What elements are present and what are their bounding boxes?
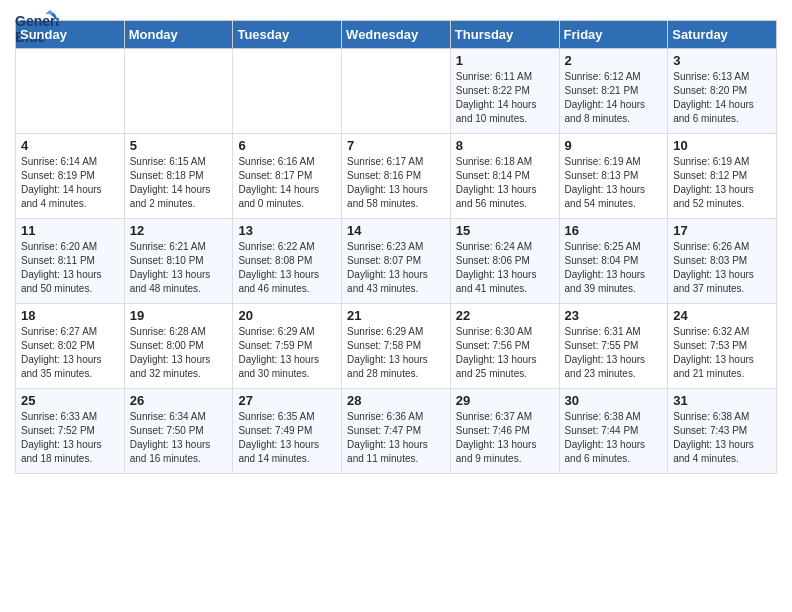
calendar-cell: 13Sunrise: 6:22 AM Sunset: 8:08 PM Dayli… [233, 219, 342, 304]
calendar-cell: 26Sunrise: 6:34 AM Sunset: 7:50 PM Dayli… [124, 389, 233, 474]
week-row-3: 11Sunrise: 6:20 AM Sunset: 8:11 PM Dayli… [16, 219, 777, 304]
day-info: Sunrise: 6:23 AM Sunset: 8:07 PM Dayligh… [347, 240, 445, 296]
day-number: 10 [673, 138, 771, 153]
week-row-1: 1Sunrise: 6:11 AM Sunset: 8:22 PM Daylig… [16, 49, 777, 134]
calendar-cell: 12Sunrise: 6:21 AM Sunset: 8:10 PM Dayli… [124, 219, 233, 304]
calendar-cell: 28Sunrise: 6:36 AM Sunset: 7:47 PM Dayli… [342, 389, 451, 474]
weekday-header-tuesday: Tuesday [233, 21, 342, 49]
day-number: 29 [456, 393, 554, 408]
calendar-cell: 2Sunrise: 6:12 AM Sunset: 8:21 PM Daylig… [559, 49, 668, 134]
day-info: Sunrise: 6:35 AM Sunset: 7:49 PM Dayligh… [238, 410, 336, 466]
day-number: 21 [347, 308, 445, 323]
day-number: 3 [673, 53, 771, 68]
calendar-cell: 21Sunrise: 6:29 AM Sunset: 7:58 PM Dayli… [342, 304, 451, 389]
day-number: 14 [347, 223, 445, 238]
day-number: 18 [21, 308, 119, 323]
day-number: 19 [130, 308, 228, 323]
calendar-cell: 9Sunrise: 6:19 AM Sunset: 8:13 PM Daylig… [559, 134, 668, 219]
day-info: Sunrise: 6:32 AM Sunset: 7:53 PM Dayligh… [673, 325, 771, 381]
day-info: Sunrise: 6:38 AM Sunset: 7:44 PM Dayligh… [565, 410, 663, 466]
day-info: Sunrise: 6:26 AM Sunset: 8:03 PM Dayligh… [673, 240, 771, 296]
day-number: 26 [130, 393, 228, 408]
calendar-cell: 16Sunrise: 6:25 AM Sunset: 8:04 PM Dayli… [559, 219, 668, 304]
weekday-header-saturday: Saturday [668, 21, 777, 49]
day-number: 23 [565, 308, 663, 323]
day-info: Sunrise: 6:37 AM Sunset: 7:46 PM Dayligh… [456, 410, 554, 466]
day-info: Sunrise: 6:33 AM Sunset: 7:52 PM Dayligh… [21, 410, 119, 466]
day-info: Sunrise: 6:11 AM Sunset: 8:22 PM Dayligh… [456, 70, 554, 126]
calendar-cell: 11Sunrise: 6:20 AM Sunset: 8:11 PM Dayli… [16, 219, 125, 304]
week-row-2: 4Sunrise: 6:14 AM Sunset: 8:19 PM Daylig… [16, 134, 777, 219]
calendar-cell: 6Sunrise: 6:16 AM Sunset: 8:17 PM Daylig… [233, 134, 342, 219]
day-number: 24 [673, 308, 771, 323]
day-info: Sunrise: 6:30 AM Sunset: 7:56 PM Dayligh… [456, 325, 554, 381]
calendar-cell: 22Sunrise: 6:30 AM Sunset: 7:56 PM Dayli… [450, 304, 559, 389]
day-number: 2 [565, 53, 663, 68]
day-number: 31 [673, 393, 771, 408]
day-number: 7 [347, 138, 445, 153]
weekday-header-thursday: Thursday [450, 21, 559, 49]
day-info: Sunrise: 6:19 AM Sunset: 8:13 PM Dayligh… [565, 155, 663, 211]
day-info: Sunrise: 6:12 AM Sunset: 8:21 PM Dayligh… [565, 70, 663, 126]
day-number: 13 [238, 223, 336, 238]
day-info: Sunrise: 6:29 AM Sunset: 7:59 PM Dayligh… [238, 325, 336, 381]
calendar-cell: 27Sunrise: 6:35 AM Sunset: 7:49 PM Dayli… [233, 389, 342, 474]
day-info: Sunrise: 6:13 AM Sunset: 8:20 PM Dayligh… [673, 70, 771, 126]
calendar-cell [16, 49, 125, 134]
calendar-cell: 24Sunrise: 6:32 AM Sunset: 7:53 PM Dayli… [668, 304, 777, 389]
calendar-cell: 5Sunrise: 6:15 AM Sunset: 8:18 PM Daylig… [124, 134, 233, 219]
day-number: 16 [565, 223, 663, 238]
day-info: Sunrise: 6:31 AM Sunset: 7:55 PM Dayligh… [565, 325, 663, 381]
calendar-cell [233, 49, 342, 134]
page-container: General Blue SundayMondayTuesdayWednesda… [0, 0, 792, 484]
day-info: Sunrise: 6:34 AM Sunset: 7:50 PM Dayligh… [130, 410, 228, 466]
day-info: Sunrise: 6:22 AM Sunset: 8:08 PM Dayligh… [238, 240, 336, 296]
calendar-cell: 17Sunrise: 6:26 AM Sunset: 8:03 PM Dayli… [668, 219, 777, 304]
weekday-header-monday: Monday [124, 21, 233, 49]
weekday-header-wednesday: Wednesday [342, 21, 451, 49]
calendar-cell [342, 49, 451, 134]
day-number: 15 [456, 223, 554, 238]
calendar-cell: 7Sunrise: 6:17 AM Sunset: 8:16 PM Daylig… [342, 134, 451, 219]
day-info: Sunrise: 6:20 AM Sunset: 8:11 PM Dayligh… [21, 240, 119, 296]
week-row-5: 25Sunrise: 6:33 AM Sunset: 7:52 PM Dayli… [16, 389, 777, 474]
calendar-cell [124, 49, 233, 134]
calendar-cell: 20Sunrise: 6:29 AM Sunset: 7:59 PM Dayli… [233, 304, 342, 389]
day-info: Sunrise: 6:25 AM Sunset: 8:04 PM Dayligh… [565, 240, 663, 296]
day-info: Sunrise: 6:19 AM Sunset: 8:12 PM Dayligh… [673, 155, 771, 211]
day-number: 27 [238, 393, 336, 408]
calendar-cell: 29Sunrise: 6:37 AM Sunset: 7:46 PM Dayli… [450, 389, 559, 474]
day-info: Sunrise: 6:27 AM Sunset: 8:02 PM Dayligh… [21, 325, 119, 381]
day-info: Sunrise: 6:15 AM Sunset: 8:18 PM Dayligh… [130, 155, 228, 211]
top-row: General Blue [15, 10, 777, 20]
calendar-cell: 25Sunrise: 6:33 AM Sunset: 7:52 PM Dayli… [16, 389, 125, 474]
day-number: 8 [456, 138, 554, 153]
calendar-cell: 30Sunrise: 6:38 AM Sunset: 7:44 PM Dayli… [559, 389, 668, 474]
day-number: 9 [565, 138, 663, 153]
day-number: 17 [673, 223, 771, 238]
weekday-header-friday: Friday [559, 21, 668, 49]
calendar-cell: 8Sunrise: 6:18 AM Sunset: 8:14 PM Daylig… [450, 134, 559, 219]
calendar-cell: 18Sunrise: 6:27 AM Sunset: 8:02 PM Dayli… [16, 304, 125, 389]
day-number: 12 [130, 223, 228, 238]
day-number: 25 [21, 393, 119, 408]
day-number: 4 [21, 138, 119, 153]
calendar-cell: 23Sunrise: 6:31 AM Sunset: 7:55 PM Dayli… [559, 304, 668, 389]
calendar-cell: 19Sunrise: 6:28 AM Sunset: 8:00 PM Dayli… [124, 304, 233, 389]
day-number: 1 [456, 53, 554, 68]
day-info: Sunrise: 6:18 AM Sunset: 8:14 PM Dayligh… [456, 155, 554, 211]
calendar-table: SundayMondayTuesdayWednesdayThursdayFrid… [15, 20, 777, 474]
day-number: 11 [21, 223, 119, 238]
weekday-header-row: SundayMondayTuesdayWednesdayThursdayFrid… [16, 21, 777, 49]
day-info: Sunrise: 6:36 AM Sunset: 7:47 PM Dayligh… [347, 410, 445, 466]
svg-marker-2 [45, 10, 55, 14]
day-info: Sunrise: 6:17 AM Sunset: 8:16 PM Dayligh… [347, 155, 445, 211]
day-number: 22 [456, 308, 554, 323]
day-number: 20 [238, 308, 336, 323]
day-info: Sunrise: 6:14 AM Sunset: 8:19 PM Dayligh… [21, 155, 119, 211]
day-info: Sunrise: 6:29 AM Sunset: 7:58 PM Dayligh… [347, 325, 445, 381]
day-info: Sunrise: 6:21 AM Sunset: 8:10 PM Dayligh… [130, 240, 228, 296]
day-number: 6 [238, 138, 336, 153]
calendar-cell: 4Sunrise: 6:14 AM Sunset: 8:19 PM Daylig… [16, 134, 125, 219]
calendar-cell: 3Sunrise: 6:13 AM Sunset: 8:20 PM Daylig… [668, 49, 777, 134]
